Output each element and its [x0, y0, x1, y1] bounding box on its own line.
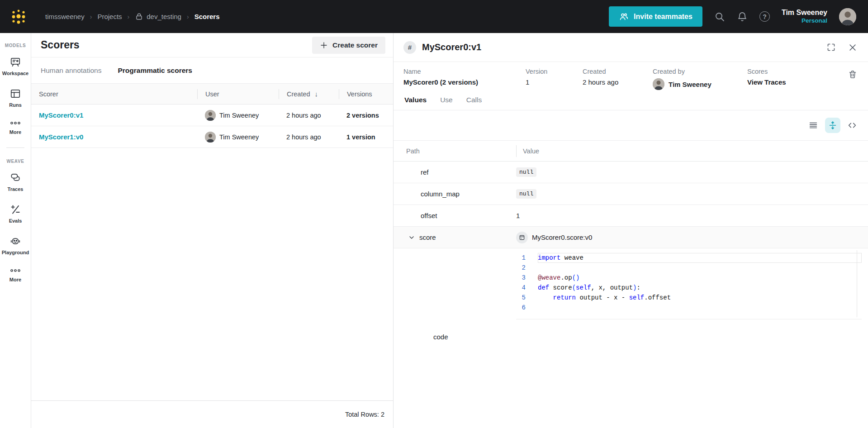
column-header-versions[interactable]: Versions [339, 89, 393, 99]
breadcrumb-projects[interactable]: Projects [97, 13, 122, 20]
sidebar-section-models: MODELS [5, 43, 26, 48]
null-badge: null [516, 189, 536, 199]
line-number: 2 [516, 263, 538, 273]
ellipsis-icon [9, 267, 21, 274]
close-icon[interactable] [848, 43, 857, 52]
detail-title: MyScorer0:v1 [422, 42, 481, 52]
line-number: 3 [516, 273, 538, 283]
sidebar-item-traces[interactable]: Traces [8, 172, 24, 192]
column-header-path: Path [394, 147, 516, 155]
avatar [205, 110, 216, 121]
flat-list-view-button[interactable] [806, 118, 821, 133]
code-editor[interactable]: 1import weave23@weave.op()4def score(sel… [516, 248, 862, 319]
sidebar-item-more-weave[interactable]: More [9, 267, 21, 282]
scorer-detail-panel: # MyScorer0:v1 Name MyScorer0 (2 version… [394, 33, 868, 428]
detail-header: # MyScorer0:v1 [394, 33, 868, 62]
search-icon[interactable] [714, 11, 725, 22]
fullscreen-icon[interactable] [826, 43, 836, 52]
user-name: Tim Sweeney [782, 8, 827, 17]
wandb-logo-icon[interactable] [11, 7, 26, 26]
expand-collapse-view-button[interactable] [825, 118, 840, 133]
kv-row-column-map: column_map null [394, 183, 868, 205]
code-line: 3@weave.op() [516, 273, 862, 283]
avatar[interactable] [839, 8, 856, 25]
tab-programmatic-scorers[interactable]: Programmatic scorers [118, 67, 192, 75]
breadcrumb-project[interactable]: dev_testing [135, 12, 181, 21]
avatar [205, 132, 216, 143]
left-sidebar: MODELS Workspace Runs [0, 33, 31, 428]
view-traces-link[interactable]: View Traces [747, 78, 848, 86]
help-icon[interactable]: ? [759, 11, 770, 22]
code-line-content: @weave.op() [538, 273, 862, 283]
meta-created: Created 2 hours ago [583, 68, 653, 90]
line-number: 4 [516, 283, 538, 293]
create-scorer-button[interactable]: Create scorer [312, 37, 385, 54]
chevron-down-icon[interactable] [408, 234, 415, 241]
navbar-actions: Invite teammates ? Tim Sweeney Personal [609, 6, 856, 27]
line-number: 6 [516, 303, 538, 313]
empty-space [31, 148, 393, 400]
kv-row-score[interactable]: score MyScorer0.score:v0 [394, 227, 868, 248]
delete-trash-icon[interactable] [848, 69, 857, 79]
scorer-link[interactable]: MyScorer0:v1 [39, 111, 83, 119]
scorers-tabs: Human annotations Programmatic scorers [31, 57, 393, 84]
row-versions: 1 version [339, 133, 393, 141]
kv-row-ref: ref null [394, 162, 868, 183]
table-row[interactable]: MyScorer1:v0 Tim Sweeney 2 hours ago 1 v… [31, 126, 393, 148]
sidebar-item-runs[interactable]: Runs [9, 88, 22, 108]
code-icon [847, 120, 857, 130]
code-view-button[interactable] [844, 118, 860, 133]
breadcrumb: timssweeney › Projects › dev_testing › S… [45, 12, 220, 21]
sort-desc-icon[interactable]: ↓ [315, 90, 318, 98]
line-number: 1 [516, 253, 538, 263]
tab-use[interactable]: Use [440, 96, 453, 104]
column-header-scorer[interactable]: Scorer [31, 89, 197, 99]
code-line-content [538, 263, 862, 273]
tab-values[interactable]: Values [404, 96, 427, 104]
top-navbar: timssweeney › Projects › dev_testing › S… [0, 0, 868, 33]
scorers-table-header: Scorer User Created ↓ Versions [31, 84, 393, 105]
sidebar-item-playground[interactable]: Playground [2, 235, 29, 255]
tab-calls[interactable]: Calls [466, 96, 482, 104]
page-title: Scorers [41, 39, 80, 51]
scorers-header: Scorers Create scorer [31, 33, 393, 57]
meta-scores: Scores View Traces [747, 68, 848, 90]
row-user-name: Tim Sweeney [219, 112, 259, 119]
breadcrumb-separator: › [187, 13, 189, 20]
column-header-user[interactable]: User [197, 89, 279, 99]
evals-icon [9, 204, 21, 215]
user-menu[interactable]: Tim Sweeney Personal [782, 8, 827, 25]
column-header-value: Value [516, 145, 868, 157]
tab-human-annotations[interactable]: Human annotations [41, 67, 101, 75]
column-header-created[interactable]: Created ↓ [279, 89, 339, 99]
sidebar-section-weave: WEAVE [7, 159, 24, 164]
row-created: 2 hours ago [279, 133, 339, 141]
breadcrumb-page[interactable]: Scorers [194, 13, 220, 20]
detail-tabs: Values Use Calls [394, 90, 868, 110]
code-line: 2 [516, 263, 862, 273]
code-line: 4def score(self, x, output): [516, 283, 862, 293]
expand-vertical-icon [828, 120, 838, 130]
meta-name: Name MyScorer0 (2 versions) [403, 68, 526, 90]
meta-version: Version 1 [526, 68, 583, 90]
op-icon [516, 232, 528, 243]
breadcrumb-account[interactable]: timssweeney [45, 13, 85, 20]
row-versions: 2 versions [339, 112, 393, 119]
code-scrollbar[interactable] [857, 250, 857, 317]
scorer-link[interactable]: MyScorer1:v0 [39, 133, 83, 141]
sidebar-item-evals[interactable]: Evals [9, 204, 22, 224]
table-row[interactable]: MyScorer0:v1 Tim Sweeney 2 hours ago 2 v… [31, 105, 393, 126]
null-badge: null [516, 167, 536, 177]
line-number: 5 [516, 293, 538, 303]
invite-teammates-button[interactable]: Invite teammates [609, 6, 702, 27]
scorers-panel: Scorers Create scorer Human annotations … [31, 33, 394, 428]
notifications-bell-icon[interactable] [737, 11, 748, 22]
meta-created-by: Created by Tim Sweeney [653, 68, 747, 90]
user-scope: Personal [782, 17, 827, 25]
total-rows-label: Total Rows: 2 [345, 411, 384, 418]
code-line-content: return output - x - self.offset [538, 293, 862, 303]
kv-row-offset: offset 1 [394, 205, 868, 227]
op-version-link[interactable]: MyScorer0.score:v0 [532, 233, 592, 241]
sidebar-item-workspace[interactable]: Workspace [2, 56, 29, 76]
sidebar-item-more-models[interactable]: More [9, 119, 21, 135]
